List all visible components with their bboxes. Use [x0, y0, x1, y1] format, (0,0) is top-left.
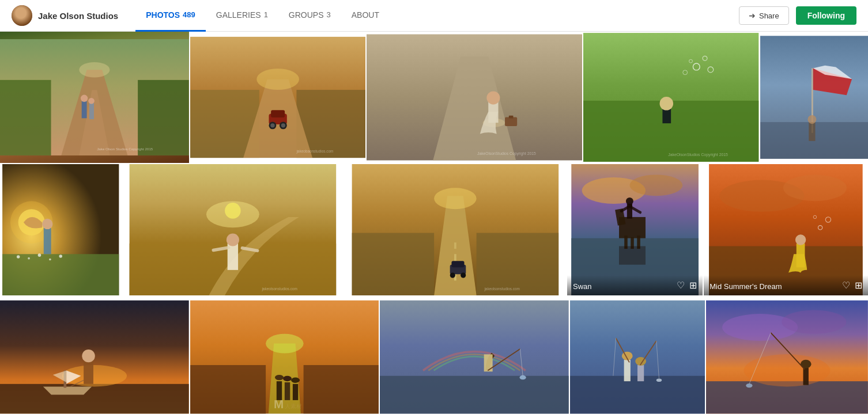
tab-photos[interactable]: PHOTOS 489 [135, 0, 206, 32]
svg-rect-55 [44, 227, 51, 254]
svg-point-45 [807, 115, 816, 124]
svg-point-7 [81, 95, 88, 102]
svg-text:jakeolsonstudios.com: jakeolsonstudios.com [262, 287, 297, 291]
svg-point-21 [256, 69, 299, 90]
svg-rect-105 [84, 360, 93, 384]
svg-point-138 [656, 378, 662, 382]
photo-swan[interactable]: Swan ♡ ⊞ [567, 164, 703, 295]
svg-point-50 [17, 255, 20, 259]
svg-rect-2 [138, 80, 189, 155]
svg-rect-6 [82, 100, 87, 118]
tab-galleries[interactable]: GALLERIES 1 [206, 0, 278, 32]
svg-point-96 [783, 174, 847, 201]
svg-rect-68 [477, 233, 559, 295]
svg-text:Jake Olson Studios Copyright 2: Jake Olson Studios Copyright 2015 [97, 147, 153, 151]
svg-rect-118 [293, 384, 298, 400]
svg-rect-116 [285, 382, 290, 400]
svg-text:JakeOlsonStudios Copyright 201: JakeOlsonStudios Copyright 2015 [477, 151, 536, 156]
page-header: Jake Olson Studios PHOTOS 489 GALLERIES … [0, 0, 868, 32]
photo-grid: Jake Olson Studios Copyright 2015 [0, 32, 868, 414]
svg-point-27 [486, 91, 500, 104]
share-icon: ➜ [749, 11, 756, 20]
photo-road-car2[interactable]: jakeolsonstudios.com [345, 164, 566, 295]
svg-rect-72 [454, 242, 456, 249]
svg-point-64 [227, 233, 239, 246]
svg-rect-1 [0, 80, 51, 155]
photo-flag[interactable] [760, 32, 868, 163]
svg-point-143 [744, 354, 831, 386]
photo-boy-ship[interactable] [0, 297, 189, 414]
svg-point-20 [281, 123, 285, 127]
heart-icon[interactable]: ♡ [677, 280, 685, 291]
svg-point-76 [461, 272, 466, 278]
svg-point-54 [59, 255, 62, 258]
svg-point-148 [746, 383, 752, 388]
svg-rect-49 [2, 254, 119, 295]
heart-icon-2[interactable]: ♡ [842, 280, 850, 291]
svg-point-127 [520, 375, 526, 379]
svg-rect-92 [619, 246, 646, 265]
svg-point-9 [88, 98, 95, 104]
tab-groups[interactable]: GROUPS 3 [278, 0, 341, 32]
svg-point-111 [266, 334, 304, 354]
svg-point-52 [38, 253, 41, 257]
svg-point-119 [291, 378, 300, 383]
add-to-album-icon[interactable]: ⊞ [689, 280, 697, 291]
svg-point-77 [434, 188, 477, 209]
svg-rect-8 [89, 103, 94, 119]
svg-rect-16 [271, 110, 285, 117]
photo-couple-road[interactable]: Jake Olson Studios Copyright 2015 [0, 32, 189, 163]
username: Jake Olson Studios [38, 11, 118, 21]
photo-fishing1[interactable] [380, 297, 569, 414]
svg-rect-130 [624, 360, 631, 381]
photo-car-road[interactable]: jakeobaonstudios.com [190, 32, 365, 163]
photo-girl-road[interactable]: JakeOlsonStudios Copyright 2015 [367, 32, 583, 163]
photo-midsummer-title: Mid Summer's Dream [710, 282, 782, 291]
svg-rect-144 [803, 368, 809, 385]
photo-cowboys-road[interactable]: M 人素材 [190, 297, 379, 414]
svg-text:人素材: 人素材 [285, 403, 302, 409]
svg-point-5 [79, 62, 110, 78]
svg-point-115 [275, 375, 284, 380]
add-to-album-icon-2[interactable]: ⊞ [855, 280, 862, 291]
header-actions: ➜ Share Following [739, 6, 856, 25]
photo-row-2: jakeolsonstudios.com [0, 164, 868, 295]
following-button[interactable]: Following [796, 6, 856, 25]
svg-rect-29 [509, 116, 514, 119]
svg-point-117 [283, 376, 292, 381]
svg-rect-132 [637, 365, 644, 381]
svg-rect-71 [454, 254, 456, 262]
photo-girl-wind[interactable] [0, 164, 121, 295]
svg-point-56 [42, 219, 52, 229]
svg-rect-44 [809, 122, 815, 141]
svg-text:jakeobaonstudios.com: jakeobaonstudios.com [296, 149, 333, 154]
photo-field-dancer[interactable]: jakeolsonstudios.com [122, 164, 344, 295]
photo-midsummer[interactable]: Mid Summer's Dream ♡ ⊞ [704, 164, 868, 295]
svg-point-19 [270, 123, 274, 127]
svg-point-34 [660, 97, 674, 111]
svg-rect-129 [570, 376, 705, 414]
photo-midsummer-overlay: Mid Summer's Dream ♡ ⊞ [704, 275, 868, 295]
svg-rect-123 [380, 376, 569, 414]
svg-point-53 [49, 259, 51, 261]
share-button[interactable]: ➜ Share [739, 6, 789, 25]
photo-fishing3[interactable] [706, 297, 868, 414]
photo-child-field[interactable]: JakeOlsonStudios Copyright 2015 [583, 32, 758, 163]
svg-rect-74 [452, 261, 465, 267]
photo-fishing2[interactable] [570, 297, 705, 414]
photo-swan-title: Swan [573, 282, 592, 291]
photo-swan-overlay: Swan ♡ ⊞ [567, 275, 703, 295]
svg-rect-28 [505, 117, 517, 126]
tab-about[interactable]: ABOUT [341, 0, 390, 32]
photo-actions: ♡ ⊞ [677, 280, 697, 291]
svg-rect-103 [0, 384, 189, 413]
svg-text:JakeOlsonStudios Copyright 201: JakeOlsonStudios Copyright 2015 [669, 153, 729, 157]
svg-text:jakeolsonstudios.com: jakeolsonstudios.com [484, 287, 520, 291]
avatar[interactable] [12, 5, 32, 26]
svg-point-60 [225, 203, 241, 219]
svg-rect-112 [190, 365, 266, 413]
svg-point-142 [782, 310, 846, 334]
svg-point-51 [28, 257, 30, 260]
svg-point-98 [795, 234, 806, 245]
nav-tabs: PHOTOS 489 GALLERIES 1 GROUPS 3 ABOUT [135, 0, 390, 31]
